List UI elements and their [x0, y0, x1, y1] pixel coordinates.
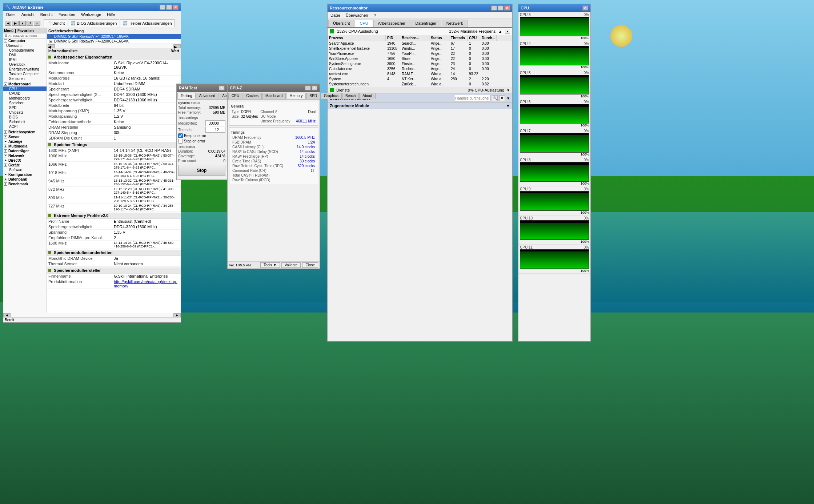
- resmon-tab-cpu[interactable]: CPU: [355, 20, 373, 27]
- toolbar-back[interactable]: ◀: [5, 21, 11, 26]
- col-header-durch[interactable]: Durch...: [480, 35, 497, 41]
- sidebar-item-datentraeger[interactable]: + Datenträger: [3, 149, 47, 153]
- cpu-graphs-close[interactable]: ✕: [582, 5, 588, 11]
- table-row[interactable]: Systemunterbrechungen Zurück... Wird a..…: [328, 82, 512, 87]
- cpuz-tab-spd[interactable]: SPD: [306, 93, 320, 99]
- sidebar-item-benchmark[interactable]: + Benchmark: [3, 182, 47, 186]
- resmon-menu-help[interactable]: ?: [372, 13, 377, 18]
- ramtest-close-btn[interactable]: ✕: [219, 85, 225, 90]
- cpuz-tools-btn[interactable]: Tools ▼: [260, 262, 280, 268]
- resmon-maximize-btn[interactable]: □: [498, 5, 504, 11]
- sidebar-item-spd[interactable]: SPD: [3, 105, 47, 110]
- cpuz-validate-btn[interactable]: Validate: [281, 262, 301, 268]
- resmon-tab-datentraeger[interactable]: Datenträger: [411, 20, 441, 27]
- col-header-cpu[interactable]: CPU: [468, 35, 480, 41]
- ramtest-tab-advanced[interactable]: Advanced: [196, 93, 218, 99]
- sidebar-item-dmi[interactable]: DMI: [3, 53, 47, 57]
- resmon-tab-netzwerk[interactable]: Netzwerk: [442, 20, 468, 27]
- sidebar-item-directx[interactable]: + DirectX: [3, 158, 47, 163]
- sidebar-item-overclock[interactable]: Overclock: [3, 62, 47, 67]
- sidebar-item-motherboard[interactable]: - Motherboard: [3, 82, 47, 86]
- sidebar-item-netzwerk[interactable]: + Netzwerk: [3, 153, 47, 158]
- minimize-button[interactable]: _: [160, 5, 165, 10]
- sidebar-item-konfiguration[interactable]: + Konfiguration: [3, 172, 47, 177]
- menu-werkzeuge[interactable]: Werkzeuge: [80, 12, 103, 17]
- cpuz-tab-cpu[interactable]: CPU: [228, 93, 242, 99]
- sidebar-item-ipmi[interactable]: IPMI: [3, 57, 47, 62]
- bericht-button[interactable]: 📄 Bericht: [44, 19, 67, 27]
- sidebar-item-multimedia[interactable]: + Multimedia: [3, 144, 47, 149]
- sidebar-item-sicherheit[interactable]: Sicherheit: [3, 120, 47, 124]
- sidebar-item-software[interactable]: Software: [3, 168, 47, 172]
- sidebar-item-energie[interactable]: Energieverwaltung: [3, 67, 47, 72]
- resmon-close-btn[interactable]: ✕: [504, 5, 510, 11]
- toolbar-refresh[interactable]: ↺: [27, 21, 33, 26]
- table-row[interactable]: SystemSettings.exe 3900 Einste... Ange..…: [328, 61, 512, 66]
- col-header-prozess[interactable]: Prozess: [328, 35, 386, 41]
- sidebar-item-acpi[interactable]: ACPI: [3, 124, 47, 129]
- col-header-status[interactable]: Status: [429, 35, 449, 41]
- menu-ansicht[interactable]: Ansicht: [20, 12, 36, 17]
- table-row[interactable]: ShellExperienceHost.exe 13108 Windo... A…: [328, 46, 512, 51]
- scroll-left-btn[interactable]: ◀: [48, 44, 55, 48]
- col-header-beschr[interactable]: Beschre...: [400, 35, 429, 41]
- treiber-update-button[interactable]: 🔄 Treiber Aktualisierungen: [120, 19, 174, 27]
- table-row[interactable]: YourPhone.exe 7756 YourPh... Ange... 22 …: [328, 51, 512, 56]
- sidebar-item-taskbar[interactable]: Taskbar Computer: [3, 72, 47, 76]
- resmon-tab-arbeitsspeicher[interactable]: Arbeitsspeicher: [373, 20, 410, 27]
- scroll-right-btn[interactable]: ▶: [173, 44, 181, 48]
- sidebar-item-cpuid[interactable]: CPUID: [3, 91, 47, 96]
- beep-on-error-checkbox[interactable]: [178, 133, 183, 138]
- table-row[interactable]: Calculator.exe 3256 Rechne... Ange... 24…: [328, 66, 512, 72]
- sidebar-item-chipsatz[interactable]: Chipsatz: [3, 110, 47, 115]
- stop-on-error-checkbox[interactable]: [178, 139, 183, 144]
- ramtest-tab-testing[interactable]: Testing: [177, 93, 196, 99]
- sidebar-item-computername[interactable]: Computername: [3, 48, 47, 53]
- col-header-threads[interactable]: Threads: [449, 35, 468, 41]
- handles-search-btn[interactable]: 🔍: [492, 95, 498, 101]
- cpuz-minimize-btn[interactable]: _: [305, 85, 311, 90]
- stop-button[interactable]: Stop: [178, 165, 225, 176]
- scroll-h-left[interactable]: ◀: [3, 313, 11, 317]
- table-row[interactable]: System 4 NT Ker... Wird a... 280 2 2.20: [328, 77, 512, 82]
- sidebar-item-computer[interactable]: - Computer: [3, 39, 47, 43]
- resmon-tab-uebersicht[interactable]: Übersicht: [328, 20, 354, 27]
- sidebar-item-geraete[interactable]: + Geräte: [3, 163, 47, 168]
- resmon-menu-ueberwachen[interactable]: Überwachen: [344, 13, 370, 18]
- megabytes-input[interactable]: [205, 120, 225, 126]
- sidebar-item-sensoren[interactable]: Sensoren: [3, 76, 47, 81]
- cpuz-tab-bench[interactable]: Bench: [342, 93, 359, 99]
- modules-section-header[interactable]: Zugeordnete Module ▼: [328, 103, 512, 109]
- sidebar-item-anzeige[interactable]: + Anzeige: [3, 139, 47, 144]
- close-button[interactable]: ✕: [173, 5, 179, 10]
- cpuz-tab-mainboard[interactable]: Mainboard: [262, 93, 286, 99]
- resmon-menu-datei[interactable]: Datei: [329, 13, 341, 18]
- table-row[interactable]: WinStore.App.exe 1680 Store Ange... 22 0…: [328, 56, 512, 61]
- expand-handles-btn[interactable]: ▼: [506, 96, 510, 100]
- menu-hilfe[interactable]: Hilfe: [105, 12, 116, 17]
- expand-btn[interactable]: ▲: [498, 29, 502, 33]
- toolbar-forward[interactable]: ▶: [12, 21, 19, 26]
- sidebar-item-cpu[interactable]: CPU: [3, 86, 47, 91]
- sidebar-item-uebersicht[interactable]: Übersicht: [3, 43, 47, 48]
- scroll-h-right[interactable]: ▶: [173, 313, 181, 317]
- sidebar-item-motherboard-sub[interactable]: Motherboard: [3, 96, 47, 101]
- menu-datei[interactable]: Datei: [5, 12, 17, 17]
- services-expand[interactable]: ▼: [506, 88, 510, 92]
- threads-input[interactable]: [205, 127, 225, 133]
- aida64-scrollbar-h[interactable]: ◀ ▶: [3, 313, 181, 317]
- cpuz-close-btn[interactable]: ✕: [312, 85, 317, 90]
- maximize-button[interactable]: □: [166, 5, 172, 10]
- bios-update-button[interactable]: 🔄 BIOS Aktualisierungen: [68, 19, 119, 27]
- handles-search-input[interactable]: [454, 95, 490, 101]
- device-row-dimm2[interactable]: ▣ DIMM2: G.Skill RipjawsV F4-3200C14-16G…: [47, 34, 181, 39]
- device-row-dimm4[interactable]: ▣ DIMM4: G.Skill RipjawsV F4-3200C14-16G…: [47, 39, 181, 44]
- sidebar-item-speicher[interactable]: Speicher: [3, 101, 47, 105]
- device-scrollbar-h[interactable]: ◀ ▶: [47, 44, 181, 48]
- cpuz-tab-memory[interactable]: Memory: [286, 93, 306, 99]
- toolbar-up[interactable]: ▲: [19, 21, 26, 26]
- col-header-pid[interactable]: PID: [386, 35, 400, 41]
- sidebar-item-datenbank[interactable]: + Datenbank: [3, 177, 47, 182]
- sidebar-item-bios[interactable]: BIOS: [3, 115, 47, 120]
- sidebar-item-betriebssystem[interactable]: + Betriebssystem: [3, 130, 47, 134]
